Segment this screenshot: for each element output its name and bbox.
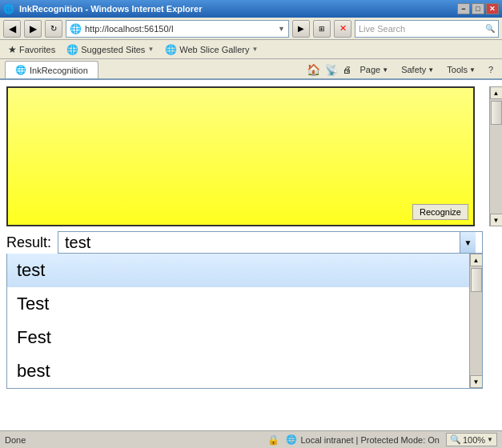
title-bar: 🌐 InkRecognition - Windows Internet Expl…: [0, 0, 502, 18]
print-icon[interactable]: 🖨: [343, 65, 351, 74]
tab-icon: 🌐: [15, 65, 26, 75]
security-icon: 🔒: [267, 434, 279, 446]
list-item[interactable]: Test: [7, 287, 482, 321]
status-bar: Done 🔒 🌐 Local intranet | Protected Mode…: [0, 430, 502, 448]
search-bar[interactable]: Live Search 🔍: [355, 20, 499, 38]
maximize-button[interactable]: □: [472, 3, 484, 14]
compatibility-button[interactable]: ⊞: [313, 20, 331, 38]
zoom-level: 100%: [463, 435, 485, 445]
result-row: Result: test ▼: [0, 226, 502, 254]
search-placeholder: Live Search: [359, 24, 485, 34]
ink-canvas[interactable]: Recognize: [6, 86, 475, 226]
result-select-wrap: test ▼: [58, 231, 483, 254]
recognize-button[interactable]: Recognize: [412, 204, 468, 220]
web-slice-gallery[interactable]: 🌐 Web Slice Gallery ▼: [162, 42, 261, 57]
suggested-sites-arrow: ▼: [147, 46, 154, 53]
address-input-wrap[interactable]: 🌐 http://localhost:56150/I ▼: [66, 20, 289, 38]
scroll-down-button[interactable]: ▼: [490, 214, 503, 226]
zoom-icon: 🔍: [450, 434, 461, 445]
list-item[interactable]: test: [7, 254, 482, 287]
favorites-bar: ★ Favorites 🌐 Suggested Sites ▼ 🌐 Web Sl…: [0, 40, 502, 59]
page-menu[interactable]: Page ▼: [356, 62, 393, 77]
help-button[interactable]: ?: [484, 62, 497, 77]
status-right: 🔒 🌐 Local intranet | Protected Mode: On …: [267, 433, 497, 446]
web-slice-gallery-label: Web Slice Gallery: [179, 45, 249, 54]
search-button[interactable]: 🔍: [485, 24, 495, 33]
status-text: Done: [5, 435, 261, 445]
page-arrow: ▼: [382, 66, 388, 74]
suggested-sites[interactable]: 🌐 Suggested Sites ▼: [63, 42, 157, 57]
zoom-arrow: ▼: [487, 436, 493, 443]
suggested-sites-label: Suggested Sites: [81, 45, 145, 54]
status-zone: 🌐 Local intranet | Protected Mode: On: [286, 434, 439, 445]
tools-arrow: ▼: [469, 66, 476, 74]
browser-icon: 🌐: [3, 4, 14, 14]
stop-button[interactable]: ✕: [334, 20, 351, 38]
web-slice-gallery-arrow: ▼: [252, 46, 259, 53]
safety-arrow: ▼: [428, 66, 434, 74]
canvas-scrollbar: ▲ ▼: [489, 86, 502, 226]
window-title: InkRecognition - Windows Internet Explor…: [19, 4, 202, 14]
address-dropdown-arrow[interactable]: ▼: [278, 25, 285, 33]
favorites-button[interactable]: ★ Favorites: [5, 42, 58, 57]
zoom-control[interactable]: 🔍 100% ▼: [446, 433, 497, 446]
result-label: Result:: [6, 234, 51, 251]
zone-text: Local intranet | Protected Mode: On: [300, 435, 439, 445]
active-tab[interactable]: 🌐 InkRecognition: [5, 61, 98, 78]
home-icon[interactable]: 🏠: [307, 63, 320, 76]
zone-icon: 🌐: [286, 434, 297, 445]
result-select[interactable]: test ▼: [58, 231, 483, 254]
scroll-thumb[interactable]: [491, 101, 502, 125]
address-bar: ◀ ▶ ↻ 🌐 http://localhost:56150/I ▼ ▶ ⊞ ✕…: [0, 18, 502, 40]
forward-button[interactable]: ▶: [24, 20, 42, 38]
safety-menu[interactable]: Safety ▼: [397, 62, 438, 77]
rss-icon[interactable]: 📡: [325, 64, 338, 76]
dropdown-scrollbar: ▲ ▼: [469, 254, 482, 388]
dropdown-scroll-thumb[interactable]: [471, 268, 482, 292]
favorites-label: Favorites: [19, 45, 55, 54]
star-icon: ★: [8, 44, 17, 55]
back-button[interactable]: ◀: [3, 20, 21, 38]
result-dropdown-arrow[interactable]: ▼: [460, 232, 476, 253]
scroll-up-button[interactable]: ▲: [490, 86, 503, 99]
ie-icon: 🌐: [66, 44, 78, 55]
minimize-button[interactable]: −: [457, 3, 470, 14]
list-item[interactable]: best: [7, 354, 482, 388]
page-icon: 🌐: [70, 23, 82, 34]
ie-icon2: 🌐: [165, 44, 177, 55]
close-button[interactable]: ✕: [486, 3, 499, 14]
refresh-button[interactable]: ↻: [45, 20, 62, 38]
tab-label: InkRecognition: [30, 66, 88, 75]
dropdown-scroll-down[interactable]: ▼: [470, 375, 483, 388]
result-selected-value: test: [65, 234, 460, 252]
dropdown-list: test Test Fest best ▲ ▼: [6, 254, 483, 389]
address-text: http://localhost:56150/I: [85, 24, 278, 34]
dropdown-scroll-up[interactable]: ▲: [470, 254, 483, 266]
window-controls: − □ ✕: [457, 3, 499, 14]
list-item[interactable]: Fest: [7, 321, 482, 354]
tools-menu[interactable]: Tools ▼: [443, 62, 480, 77]
go-button[interactable]: ▶: [292, 20, 310, 38]
